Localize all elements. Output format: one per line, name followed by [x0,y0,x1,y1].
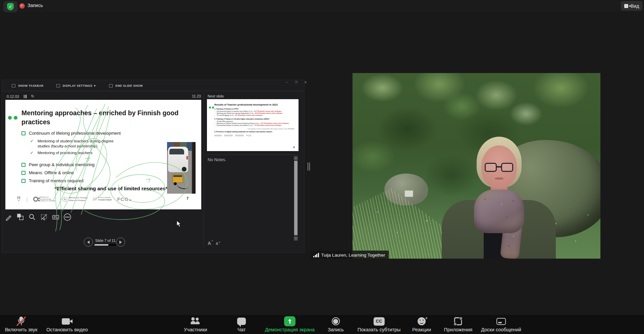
view-button[interactable]: Вид [621,1,642,11]
participants-label: Участники [184,327,207,332]
chat-button[interactable]: Чат [237,315,246,332]
preview-footer-logos: FCG [214,134,296,137]
stop-video-label: Остановить видео [46,327,88,332]
preview-section-heading: 1. Training of Trainers in ITTIs* [214,108,296,110]
notes-divider [205,154,298,155]
preview-footnote: * Core groups of ToTs participated in th… [212,128,294,130]
presenter-panel-divider [204,93,204,248]
next-arrow-icon [119,241,122,244]
scrollbar-thumb[interactable] [294,161,298,235]
panel-resize-handle[interactable] [308,162,310,171]
slide-emphasis-text: *Efficient sharing and use of limited re… [36,186,186,191]
taskbar-icon [12,84,15,87]
preview-item: Psychosocial Support to teachers and chi… [214,125,296,127]
ministry-foreign-affairs-finland-logo: Ministry for ForeignAffairs of Finland [62,197,88,202]
signal-strength-icon [313,253,319,257]
scroll-down-icon[interactable]: ▼ [294,237,298,241]
close-icon[interactable]: ✕ [303,81,308,84]
reactions-button[interactable]: + Реакции [412,315,431,332]
timer-value: 0.12.03 [7,94,19,98]
slide-progress-bar [95,244,116,246]
subtitles-icon[interactable] [52,213,60,221]
minimize-icon[interactable]: – [284,81,289,84]
whiteboards-button[interactable]: Доски сообщений [481,315,521,332]
zoom-meeting-window: ✓ Запись Вид SHOW TASKBAR DISPLAY SETTIN… [0,0,644,334]
meeting-security-button[interactable]: ✓ [3,1,17,12]
slide-bullet: Continuum of lifelong professional devel… [21,131,136,136]
share-screen-button[interactable]: Демонстрация экрана [265,315,315,332]
more-options-icon[interactable] [63,213,71,221]
unmute-button[interactable]: Включить звук [5,315,38,332]
participants-icon [191,317,201,325]
eu-together-logo: MOVING FORWARDTOGETHER [93,197,112,201]
previous-slide-button[interactable] [84,238,93,247]
end-slide-show-button[interactable]: END SLIDE SHOW [109,84,143,87]
speaker-person [442,137,556,259]
slide-brand-dot [8,116,12,120]
decrease-font-button[interactable]: A [216,242,218,246]
speaker-scarf [474,190,524,233]
slide-body: Continuum of lifelong professional devel… [21,131,136,186]
increase-font-button[interactable]: A [208,241,211,246]
together-logo-text: MOVING FORWARDTOGETHER [98,197,112,201]
slide-title: Mentoring approaches – enriched by Finni… [21,109,182,127]
next-slide-preview[interactable]: Results of Teacher professional developm… [207,99,299,151]
preview-brand-dot [212,107,214,109]
camera-icon [62,318,72,325]
muted-microphone-icon [17,317,25,326]
annotation-toolbar [5,213,71,221]
preview-item: ICT and Pedagogy (1 cr) – 90 ToTs/teache… [214,115,296,117]
whiteboard-icon [496,318,506,325]
slide-footer-logos: | Ministry of Education and Science of U… [17,196,158,202]
moe-logo-icon [33,197,38,202]
preview-page-number: 8 [293,146,294,148]
glasses-lens [501,163,513,172]
see-all-slides-icon[interactable] [16,213,24,221]
end-slide-show-icon [109,84,113,87]
slide-bullet: Peer group & individual mentoring [21,162,136,167]
restart-timer-icon[interactable]: ↻ [31,94,34,98]
participants-button[interactable]: Участники [184,315,207,332]
preview-section-heading: 3. Provision of digital training materia… [214,131,296,133]
background-sign [405,190,413,197]
moe-logo-text: Ministry of Education and Science of Ukr… [40,196,57,202]
current-slide: Mentoring approaches – enriched by Finni… [5,100,201,209]
zoom-slide-icon[interactable] [28,213,36,221]
slide-page-number: 7 [186,196,189,200]
reactions-smiley-icon: + [418,317,426,325]
chat-label: Чат [237,327,246,332]
glasses-bridge [497,166,501,168]
next-slide-button[interactable] [116,238,125,247]
slide-check-item: Mentoring of practicing teachers [30,150,136,155]
notes-scrollbar[interactable]: ▲ ▼ [294,156,298,241]
chat-icon [237,318,246,325]
presentation-timer: 0.12.03 ↻ [7,94,34,98]
scroll-up-icon[interactable]: ▲ [294,156,298,160]
preview-fcg-logo: FCG [246,134,251,137]
apps-button[interactable]: Приложения [444,315,473,332]
apps-label: Приложения [444,327,473,332]
recording-indicator-label: Запись [28,3,43,8]
view-button-label: Вид [631,3,639,9]
speaker-name-tag: Tuija Lauren, Learning Together [310,251,389,259]
slide-position-label: Slide 7 of 11 [95,239,116,243]
recording-indicator-icon [19,3,25,9]
mouse-cursor [176,220,181,227]
pause-timer-icon[interactable] [24,95,26,98]
black-screen-icon[interactable] [40,213,48,221]
notes-placeholder: No Notes. [208,157,226,162]
previous-arrow-icon [87,241,90,244]
speaker-video-tile [353,73,600,259]
display-settings-label: DISPLAY SETTINGS ▼ [63,84,97,87]
notes-font-size-controls: A A [208,241,218,246]
show-captions-button[interactable]: CC Показать субтитры [358,315,401,332]
view-layout-icon [624,4,628,8]
display-settings-button[interactable]: DISPLAY SETTINGS ▼ [56,84,97,87]
restore-icon[interactable]: ❐ [294,81,299,84]
reactions-label: Реакции [412,327,431,332]
speaker-name: Tuija Lauren, Learning Together [321,253,385,258]
record-button[interactable]: Запись [328,315,344,332]
pen-tool-icon[interactable] [5,213,13,221]
stop-video-button[interactable]: Остановить видео [46,315,88,332]
show-taskbar-button[interactable]: SHOW TASKBAR [12,84,44,87]
